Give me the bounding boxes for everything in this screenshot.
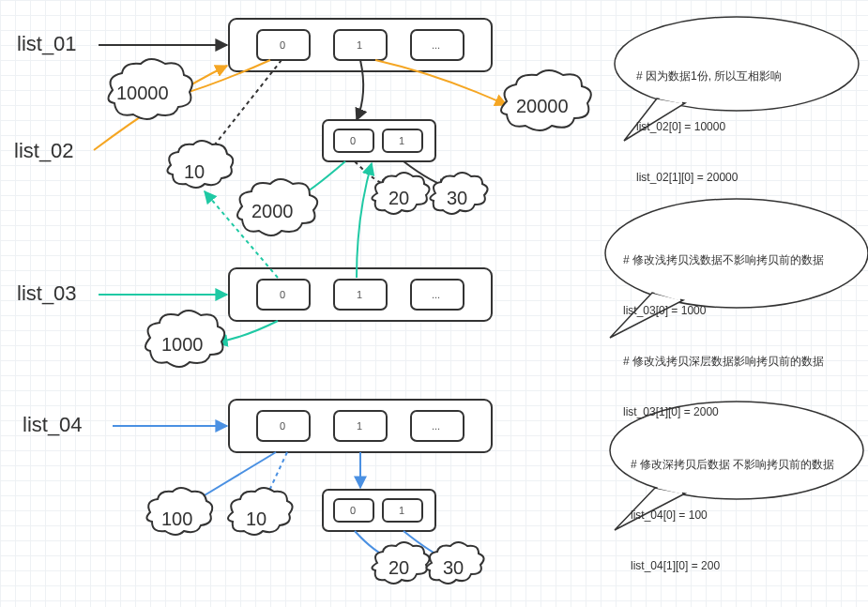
innerbot-cell0-text: 0 [350,505,356,516]
note2-line1: # 修改浅拷贝浅数据不影响拷贝前的数据 [623,251,858,268]
innertop-cell0-text: 0 [350,135,356,146]
note3-line2: list_04[0] = 100 [631,507,850,524]
arrow-cell0-to-10 [205,60,282,158]
list04-cell1-text: 1 [357,420,362,432]
list01-cell2-text: ... [432,39,440,51]
cloud-10000-text: 10000 [116,83,169,104]
list03-cell2-text: ... [432,289,440,300]
note2-line2: list_03[0] = 1000 [623,302,858,319]
label-list02: list_02 [14,139,74,163]
list04-cell2-text: ... [432,420,440,432]
arrow-list03-cell1-to-inner [357,163,372,278]
cloud-1000-text: 1000 [161,334,204,356]
cloud-20b-text: 20 [388,557,409,579]
list01-cell1-text: 1 [357,39,362,51]
cloud-2000-text: 2000 [251,201,294,222]
list03-cell1-text: 1 [357,289,362,300]
cloud-10b-text: 10 [246,508,266,530]
note1-line2: list_02[0] = 10000 [636,118,843,135]
note2: # 修改浅拷贝浅数据不影响拷贝前的数据 list_03[0] = 1000 # … [623,218,858,437]
cloud-10a-text: 10 [184,161,205,183]
note3-line1: # 修改深拷贝后数据 不影响拷贝前的数据 [631,456,850,473]
cloud-20a-text: 20 [388,188,409,209]
label-list03: list_03 [17,281,77,306]
note3-line3: list_04[1][0] = 200 [631,557,850,574]
cloud-30a-text: 30 [447,188,467,209]
cloud-30b-text: 30 [443,557,464,579]
note2-line3: # 修改浅拷贝深层数据影响拷贝前的数据 [623,353,858,370]
cloud-20000-text: 20000 [516,96,569,117]
note1: # 因为数据1份, 所以互相影响 list_02[0] = 10000 list… [636,34,843,203]
label-list04: list_04 [23,413,83,437]
note3: # 修改深拷贝后数据 不影响拷贝前的数据 list_04[0] = 100 li… [631,422,850,591]
innertop-cell1-text: 1 [399,135,404,146]
note1-line1: # 因为数据1份, 所以互相影响 [636,68,843,84]
note1-line3: list_02[1][0] = 20000 [636,169,843,186]
list01-cell0-text: 0 [280,39,285,51]
list04-cell0-text: 0 [280,420,285,432]
innerbot-cell1-text: 1 [399,505,404,516]
label-list01: list_01 [17,32,77,56]
note2-line4: list_03[1][0] = 2000 [623,403,858,420]
list03-cell0-text: 0 [280,289,285,300]
cloud-100-text: 100 [161,508,192,530]
